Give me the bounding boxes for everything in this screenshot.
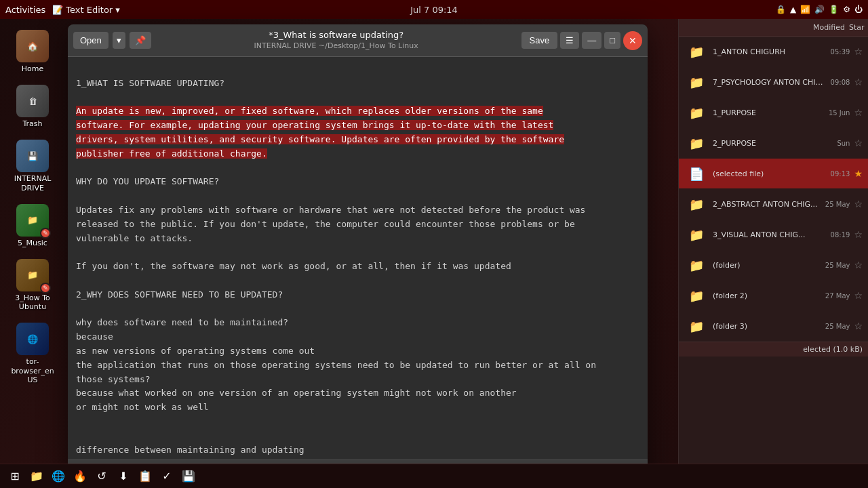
section3-body: why does software need to be maintained?… (76, 317, 596, 412)
file-item-3[interactable]: 📁 2_PURPOSE Sun ☆ (679, 128, 868, 159)
file-star-9[interactable]: ☆ (854, 321, 863, 331)
file-star-1[interactable]: ☆ (854, 77, 863, 87)
drive-label: INTERNAL DRIVE (7, 174, 58, 192)
file-star-3[interactable]: ☆ (854, 138, 863, 148)
desktop-icon-trash[interactable]: 🗑 Trash (4, 81, 61, 132)
app-menu[interactable]: 📝 Text Editor ▾ (52, 5, 119, 15)
music-label: 5_Music (18, 239, 47, 247)
file-star-6[interactable]: ☆ (854, 229, 863, 240)
taskbar-icon-check[interactable]: ✓ (157, 467, 176, 486)
file-item-0[interactable]: 📁 1_ANTON CHIGURH 05:39 ☆ (679, 37, 868, 67)
open-button[interactable]: Open (73, 32, 108, 49)
file-info-0: 1_ANTON CHIGURH (713, 47, 827, 56)
file-item-5[interactable]: 📁 2_ABSTRACT ANTON CHIG... 25 May ☆ (679, 189, 868, 220)
desktop-icon-music[interactable]: 📁 ✎ 5_Music (4, 200, 61, 251)
file-name-4: (selected file) (713, 169, 827, 178)
close-button[interactable]: ✕ (623, 31, 642, 50)
file-icon-2: 📁 (684, 100, 709, 125)
file-info-1: 7_PSYCHOLOGY ANTON CHIG... (713, 78, 827, 87)
file-star-2[interactable]: ☆ (854, 107, 863, 118)
desktop-icon-howto[interactable]: 📁 ✎ 3_How To Ubuntu (4, 255, 61, 315)
trash-label: Trash (22, 119, 42, 128)
gedit-title: *3_What is software updating? INTERNAL D… (155, 30, 517, 51)
desktop-icon-drive[interactable]: 💾 INTERNAL DRIVE (4, 136, 61, 196)
desktop-icons: 🏠 Home 🗑 Trash 💾 INTERNAL DRIVE 📁 ✎ 5_Mu… (0, 19, 65, 488)
desktop-icon-home[interactable]: 🏠 Home (4, 26, 61, 77)
taskbar-icon-files[interactable]: 📁 (27, 467, 46, 486)
file-manager-footer: elected (1.0 kB) (679, 342, 868, 357)
file-name-7: (folder) (713, 261, 821, 270)
save-button[interactable]: Save (521, 32, 558, 49)
file-name-9: (folder 3) (713, 322, 821, 331)
app-menu-icon: 📝 (52, 5, 63, 15)
file-item-8[interactable]: 📁 (folder 2) 27 May ☆ (679, 281, 868, 311)
gedit-content[interactable]: 1_WHAT IS SOFTWARE UPDATING? An update i… (68, 57, 648, 460)
file-star-0[interactable]: ☆ (854, 46, 863, 57)
hamburger-button[interactable]: ☰ (560, 32, 579, 49)
maximize-button[interactable]: □ (604, 32, 620, 49)
desktop-icon-browser[interactable]: 🌐 tor-browser_en US (4, 319, 61, 388)
file-star-8[interactable]: ☆ (854, 290, 863, 301)
file-name-1: 7_PSYCHOLOGY ANTON CHIG... (713, 78, 827, 87)
file-icon-0: 📁 (684, 39, 709, 64)
file-star-7[interactable]: ☆ (854, 260, 863, 270)
gedit-actions: Save ☰ — □ ✕ (521, 31, 643, 50)
file-date-9: 25 May (825, 323, 850, 330)
gedit-path: INTERNAL DRIVE ~/Desktop/1_How To Linux (254, 41, 418, 51)
taskbar-icon-download[interactable]: ⬇ (114, 467, 133, 486)
desktop: 🏠 Home 🗑 Trash 💾 INTERNAL DRIVE 📁 ✎ 5_Mu… (0, 19, 868, 488)
file-date-0: 05:39 (831, 48, 850, 56)
taskbar-icon-clipboard[interactable]: 📋 (136, 467, 155, 486)
taskbar-icon-save[interactable]: 💾 (179, 467, 198, 486)
section2-heading: WHY DO YOU UPDATE SOFTWARE? (76, 176, 219, 186)
music-badge: ✎ (40, 228, 51, 239)
tray-power-button[interactable]: ⏻ (854, 5, 863, 14)
file-name-6: 3_VISUAL ANTON CHIG... (713, 230, 827, 239)
file-item-7[interactable]: 📁 (folder) 25 May ☆ (679, 250, 868, 281)
open-dropdown[interactable]: ▾ (113, 32, 125, 49)
gedit-titlebar: Open ▾ 📌 *3_What is software updating? I… (68, 24, 648, 57)
taskbar-icon-firefox[interactable]: 🔥 (71, 467, 90, 486)
file-manager-header: Modified Star (679, 19, 868, 37)
gedit-window: Open ▾ 📌 *3_What is software updating? I… (68, 24, 648, 479)
file-name-8: (folder 2) (713, 291, 821, 300)
minimize-button[interactable]: — (582, 32, 601, 49)
clock: Jul 7 09:14 (410, 5, 458, 15)
browser-icon: 🌐 (16, 323, 49, 355)
file-name-0: 1_ANTON CHIGURH (713, 47, 827, 56)
file-item-2[interactable]: 📁 1_PURPOSE 15 Jun ☆ (679, 98, 868, 128)
tray-icon-1: 🔒 (776, 5, 786, 14)
tray-wifi-icon: 📶 (800, 5, 810, 14)
star-column-header: Star (849, 23, 863, 32)
file-icon-4: 📄 (684, 161, 709, 186)
file-info-3: 2_PURPOSE (713, 139, 833, 148)
file-item-1[interactable]: 📁 7_PSYCHOLOGY ANTON CHIG... 09:08 ☆ (679, 67, 868, 98)
taskbar-icon-refresh[interactable]: ↺ (92, 467, 111, 486)
tray-icon-2: ▲ (790, 5, 796, 14)
file-icon-7: 📁 (684, 253, 709, 277)
howto-icon: 📁 ✎ (16, 259, 49, 291)
activities-button[interactable]: Activities (5, 5, 45, 15)
tray-settings-icon[interactable]: ⚙ (843, 5, 850, 14)
file-item-6[interactable]: 📁 3_VISUAL ANTON CHIG... 08:19 ☆ (679, 220, 868, 250)
file-item-4[interactable]: 📄 (selected file) 09:13 ★ (679, 159, 868, 189)
app-menu-chevron: ▾ (115, 5, 120, 15)
section2-body: Updates fix any problems with software o… (76, 205, 585, 271)
system-tray: 🔒 ▲ 📶 🔊 🔋 ⚙ ⏻ (770, 0, 868, 19)
file-date-7: 25 May (825, 262, 850, 269)
taskbar-icon-browser[interactable]: 🌐 (49, 467, 68, 486)
taskbar-icon-grid[interactable]: ⊞ (5, 467, 24, 486)
tray-power-icon: 🔋 (829, 5, 839, 14)
drive-icon: 💾 (16, 140, 49, 172)
file-icon-3: 📁 (684, 131, 709, 155)
file-date-2: 15 Jun (829, 109, 850, 117)
file-star-4[interactable]: ★ (854, 168, 863, 179)
pin-button[interactable]: 📌 (130, 32, 151, 49)
file-info-2: 1_PURPOSE (713, 108, 825, 117)
trash-icon: 🗑 (16, 85, 49, 117)
file-date-6: 08:19 (831, 231, 850, 239)
file-star-5[interactable]: ☆ (854, 199, 863, 209)
file-item-9[interactable]: 📁 (folder 3) 25 May ☆ (679, 311, 868, 342)
howto-label: 3_How To Ubuntu (7, 293, 58, 311)
file-info-4: (selected file) (713, 169, 827, 178)
